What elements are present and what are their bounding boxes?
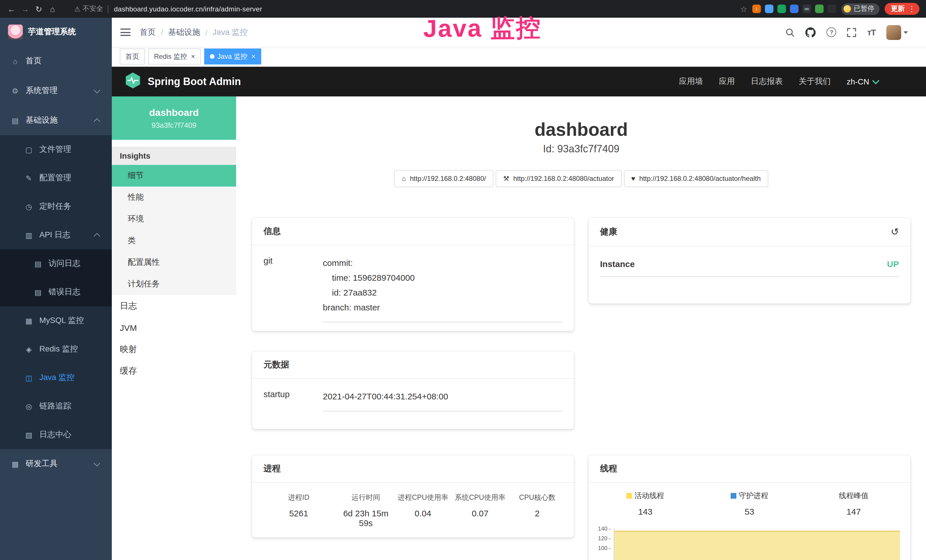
sba-instance-header[interactable]: dashboard 93a3fc7f7409 xyxy=(112,97,236,140)
extension-icons: 1on xyxy=(752,5,836,13)
fullscreen-icon[interactable] xyxy=(847,28,856,37)
threads-chart: 140120100 xyxy=(592,525,902,560)
git-info-line: time: 1596289704000 xyxy=(323,271,562,285)
user-avatar[interactable] xyxy=(887,25,901,40)
metadata-row-label: startup xyxy=(263,389,323,412)
sidebar-menu-item[interactable]: ◎链路追踪 xyxy=(0,392,112,421)
app-sidebar: 芋道管理系统 ⌂首页⚙系统管理▤基础设施▢文件管理✎配置管理◷定时任务▥API … xyxy=(0,18,112,560)
help-icon[interactable]: ? xyxy=(827,27,837,37)
sba-menu-item[interactable]: 类 xyxy=(112,230,236,251)
endpoint-link[interactable]: ⌂http://192.168.0.2:48080/ xyxy=(394,170,493,187)
menu-item-label: 日志中心 xyxy=(39,430,71,440)
tab-close-icon[interactable] xyxy=(250,53,255,60)
font-size-icon[interactable]: тT xyxy=(867,27,876,37)
extension-green-circle[interactable] xyxy=(778,5,786,13)
process-card: 进程 进程ID5261运行时间6d 23h 15m 59s进程CPU使用率0.0… xyxy=(252,455,574,537)
cards-right-column: 健康 ↺ Instance UP 线程 xyxy=(589,218,910,560)
sba-brand[interactable]: Spring Boot Admin xyxy=(124,72,241,91)
menu-item-icon: ⌂ xyxy=(10,57,20,65)
threads-legend: 活动线程143守护进程53线程峰值147 xyxy=(589,483,910,516)
extension-dark[interactable] xyxy=(828,5,836,13)
active-tab-dot xyxy=(210,54,215,59)
endpoint-link[interactable]: ♥http://192.168.0.2:48080/actuator/healt… xyxy=(624,170,768,187)
sba-menu-item[interactable]: 细节 xyxy=(112,165,236,186)
sba-menu-label: 类 xyxy=(128,236,136,246)
address-bar[interactable]: dashboard.yudao.iocoder.cn/infra/admin-s… xyxy=(114,5,262,13)
sba-menu-item[interactable]: 性能 xyxy=(112,186,236,208)
chrome-update-button[interactable]: 更新 ⋮ xyxy=(885,3,920,15)
breadcrumb-item[interactable]: Java 监控/ xyxy=(213,27,248,37)
sidebar-menu-item[interactable]: ▤错误日志 xyxy=(0,278,112,306)
health-instance-row: Instance UP xyxy=(600,259,899,277)
sba-menu-item[interactable]: 日志 xyxy=(112,295,236,317)
sba-menu-item[interactable]: JVM xyxy=(112,317,236,338)
extension-leaf[interactable] xyxy=(815,5,824,13)
sidebar-menu-item[interactable]: ⚙系统管理 xyxy=(0,76,112,106)
threads-chart-y-axis: 140120100 xyxy=(592,525,611,555)
breadcrumb-item[interactable]: 首页/ xyxy=(140,27,168,37)
security-warning-icon[interactable]: ⚠ xyxy=(74,5,80,13)
sidebar-menu-item[interactable]: ▢文件管理 xyxy=(0,135,112,164)
history-icon[interactable]: ↺ xyxy=(891,226,899,238)
sidebar-menu-item[interactable]: ▥API 日志 xyxy=(0,221,112,249)
sba-nav-item[interactable]: zh-CN xyxy=(839,77,887,86)
sba-menu-label: 缓存 xyxy=(120,365,137,376)
page-tab[interactable]: 首页 xyxy=(120,48,145,65)
sidebar-menu-item[interactable]: ⌂首页 xyxy=(0,46,112,76)
sba-menu-item[interactable]: 映射 xyxy=(112,338,236,360)
menu-item-icon: ◫ xyxy=(24,374,34,382)
page-tab[interactable]: Redis 监控 xyxy=(148,48,201,65)
sba-nav-item[interactable]: 关于我们 xyxy=(791,76,839,87)
browser-back-button[interactable]: ← xyxy=(5,4,18,14)
page-tab[interactable]: Java 监控 xyxy=(204,48,261,65)
info-card-header: 信息 xyxy=(252,218,574,245)
sba-nav-item[interactable]: 应用墙 xyxy=(671,76,711,87)
sidebar-menu-item[interactable]: ◷定时任务 xyxy=(0,192,112,221)
extension-drop[interactable] xyxy=(765,5,773,13)
git-info-text: branch: master xyxy=(323,303,380,312)
sidebar-menu-item[interactable]: ▩研发工具 xyxy=(0,449,112,479)
sidebar-menu-item[interactable]: ▤访问日志 xyxy=(0,249,112,278)
chrome-menu-icon[interactable]: ⋮ xyxy=(908,5,915,13)
sba-menu-item[interactable]: 计划任务 xyxy=(112,273,236,295)
search-icon[interactable] xyxy=(786,28,795,37)
navbar-actions: ? тT xyxy=(786,25,901,40)
health-card: 健康 ↺ Instance UP xyxy=(589,218,910,304)
bookmark-star-icon[interactable]: ☆ xyxy=(740,4,747,14)
browser-forward-button[interactable]: → xyxy=(18,4,32,14)
sba-nav-item[interactable]: 应用 xyxy=(711,76,743,87)
breadcrumb-item[interactable]: 基础设施/ xyxy=(168,27,213,37)
chrome-right: ☆ 1on 已暂停 更新 ⋮ xyxy=(740,3,926,15)
sidebar-toggle-icon[interactable] xyxy=(120,29,131,36)
sba-nav-item[interactable]: 日志报表 xyxy=(743,76,791,87)
profile-paused-badge[interactable]: 已暂停 xyxy=(841,3,879,15)
extension-orange[interactable]: 1 xyxy=(752,5,761,13)
sidebar-menu-item[interactable]: ✎配置管理 xyxy=(0,164,112,192)
sba-body: dashboard 93a3fc7f7409 Insights 细节性能环境类配… xyxy=(112,97,926,560)
browser-home-button[interactable]: ⌂ xyxy=(45,4,59,14)
sidebar-menu-item[interactable]: ▦MySQL 监控 xyxy=(0,306,112,335)
menu-item-icon: ✎ xyxy=(24,174,34,182)
sidebar-menu-item[interactable]: ◫Java 监控 xyxy=(0,363,112,392)
sba-menu-item[interactable]: 环境 xyxy=(112,208,236,230)
sidebar-menu-item[interactable]: ▤基础设施 xyxy=(0,106,112,135)
process-card-header: 进程 xyxy=(252,455,574,483)
app-logo[interactable]: 芋道管理系统 xyxy=(0,18,112,46)
sidebar-menu-item[interactable]: ◈Redis 监控 xyxy=(0,335,112,363)
endpoint-link[interactable]: ⚒http://192.168.0.2:48080/actuator xyxy=(496,170,622,187)
sba-nav-label: zh-CN xyxy=(847,77,869,86)
sba-menu-item[interactable]: 配置属性 xyxy=(112,251,236,273)
security-warning-label: 不安全 xyxy=(83,4,103,14)
sidebar-menu-item[interactable]: ▧日志中心 xyxy=(0,421,112,449)
thread-metric-value: 143 xyxy=(593,507,697,516)
extension-on-switch[interactable]: on xyxy=(802,5,811,13)
browser-reload-button[interactable]: ↻ xyxy=(32,4,45,14)
instance-id: 93a3fc7f7409 xyxy=(151,121,197,129)
github-icon[interactable] xyxy=(806,27,816,37)
info-card-title: 信息 xyxy=(263,226,281,237)
extension-grid[interactable] xyxy=(790,5,799,13)
sba-menu-item[interactable]: 缓存 xyxy=(112,360,236,382)
menu-item-label: 错误日志 xyxy=(48,287,80,297)
tab-close-icon[interactable] xyxy=(190,53,195,60)
git-info-text: time: 1596289704000 xyxy=(332,273,415,282)
